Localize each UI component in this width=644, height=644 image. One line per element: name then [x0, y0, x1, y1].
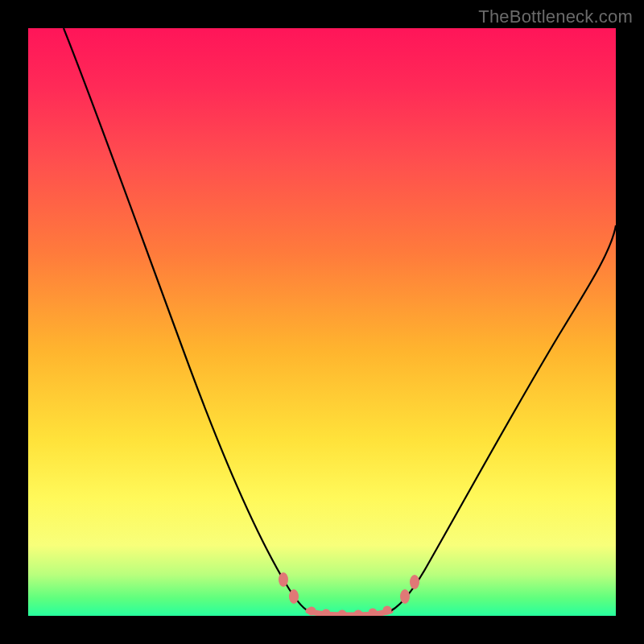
- watermark-text: TheBottleneck.com: [478, 6, 633, 27]
- svg-point-1: [289, 589, 299, 604]
- chart-frame: TheBottleneck.com: [0, 0, 644, 644]
- svg-point-3: [322, 609, 331, 617]
- curve-valley-floor: [308, 611, 390, 615]
- svg-point-4: [338, 610, 347, 617]
- marker-dots: [279, 572, 419, 616]
- svg-point-9: [410, 575, 419, 589]
- svg-point-6: [369, 609, 378, 617]
- svg-point-5: [354, 610, 363, 617]
- plot-area: [28, 28, 616, 616]
- svg-point-8: [400, 589, 410, 604]
- svg-point-0: [279, 572, 288, 587]
- chart-svg: [28, 28, 616, 616]
- curve-right-arm: [390, 225, 616, 611]
- svg-point-2: [308, 607, 316, 616]
- curve-left-arm: [64, 28, 308, 611]
- svg-point-7: [383, 606, 392, 615]
